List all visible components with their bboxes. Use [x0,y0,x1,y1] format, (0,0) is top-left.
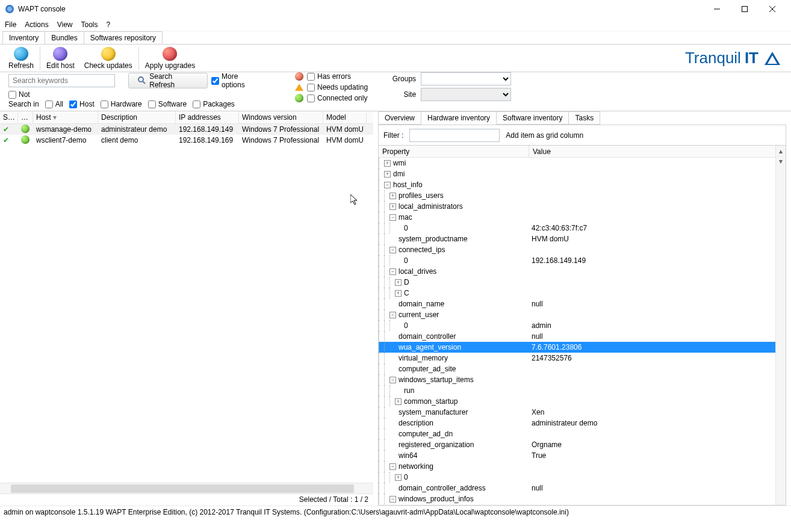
more-options-checkbox[interactable]: More options [211,72,262,89]
collapse-icon[interactable]: − [389,268,396,275]
maximize-button[interactable] [731,0,758,18]
searchin-all[interactable]: All [45,100,63,108]
col-status[interactable]: S… [0,111,18,123]
tab-softwares-repository[interactable]: Softwares repository [84,31,163,44]
tree-row[interactable]: descriptionadministrateur demo [379,418,775,428]
tree-row[interactable]: +C [379,288,775,298]
tree-row[interactable]: +common_startup [379,396,775,407]
close-button[interactable] [758,0,786,18]
tree-row[interactable]: domain_controllernull [379,331,775,342]
tree-vertical-scrollbar[interactable]: ▴ ▾ [775,146,786,505]
add-grid-column-button[interactable]: Add item as grid column [506,131,583,140]
searchin-host[interactable]: Host [69,100,95,108]
collapse-icon[interactable]: − [389,377,396,383]
col-reach[interactable]: … [18,111,33,123]
expand-icon[interactable]: + [389,193,396,199]
search-refresh-button[interactable]: Search Refresh [128,73,208,88]
minimize-button[interactable] [703,0,731,18]
refresh-button[interactable]: Refresh [4,46,39,71]
property-tree[interactable]: Property Value +wmi+dmi−host_info+profil… [379,146,775,505]
col-windows[interactable]: Windows version [239,111,323,123]
tree-row[interactable]: computer_ad_dn [379,428,775,439]
grid-horizontal-scrollbar[interactable] [0,483,373,493]
search-input[interactable] [8,74,115,87]
tree-row[interactable]: +0 [379,472,775,483]
tree-col-value[interactable]: Value [529,146,554,157]
has-errors-checkbox[interactable]: Has errors [307,72,351,81]
collapse-icon[interactable]: − [389,312,396,318]
not-checkbox[interactable]: Not [8,90,30,99]
expand-icon[interactable]: + [395,398,402,405]
groups-select[interactable] [421,72,511,85]
menu-file[interactable]: File [5,20,16,29]
tab-tasks[interactable]: Tasks [568,111,600,125]
col-model[interactable]: Model [323,111,367,123]
connected-only-checkbox[interactable]: Connected only [307,94,367,102]
tree-row[interactable]: −windows_startup_items [379,374,775,385]
tree-row[interactable]: +local_administrators [379,201,775,212]
tree-row[interactable]: −mac [379,212,775,223]
logo-bold: IT [745,49,758,67]
col-desc[interactable]: Description [98,111,176,123]
tree-row[interactable]: run [379,385,775,396]
site-select[interactable] [421,88,511,101]
table-row[interactable]: ✔wsmanage-demoadministrateur demo192.168… [0,124,373,135]
tree-row[interactable]: computer_ad_site [379,363,775,374]
tree-row[interactable]: 0192.168.149.149 [379,255,775,266]
menu-tools[interactable]: Tools [81,20,98,29]
expand-icon[interactable]: + [395,290,402,297]
searchin-packages[interactable]: Packages [193,100,235,108]
tree-row[interactable]: wua_agent_version7.6.7601.23806 [379,342,775,353]
filter-input[interactable] [409,129,500,142]
col-host[interactable]: Host ▾ [33,111,98,123]
tree-row[interactable]: 0admin [379,320,775,331]
tree-row[interactable]: +profiles_users [379,190,775,201]
tree-row[interactable]: domain_controller_addressnull [379,483,775,493]
tree-row[interactable]: −windows_product_infos [379,493,775,504]
scroll-down-icon[interactable]: ▾ [776,156,786,166]
tab-hardware-inventory[interactable]: Hardware inventory [421,111,497,125]
tree-row[interactable]: 042:c3:40:63:7f:c7 [379,223,775,234]
table-row[interactable]: ✔wsclient7-democlient demo192.168.149.16… [0,135,373,146]
tree-col-property[interactable]: Property [379,146,529,157]
tab-overview[interactable]: Overview [378,111,421,125]
tree-row[interactable]: −local_drives [379,266,775,277]
expand-icon[interactable]: + [384,171,391,178]
scroll-up-icon[interactable]: ▴ [776,146,786,156]
edit-host-button[interactable]: Edit host [42,46,79,71]
collapse-icon[interactable]: − [389,463,396,470]
expand-icon[interactable]: + [384,160,391,167]
tree-row[interactable]: −connected_ips [379,244,775,255]
tree-row[interactable]: −networking [379,461,775,472]
expand-icon[interactable]: + [395,279,402,286]
tree-row[interactable]: −host_info [379,179,775,190]
needs-updating-checkbox[interactable]: Needs updating [307,83,368,91]
tree-row[interactable]: −current_user [379,309,775,320]
menu-help[interactable]: ? [107,20,111,29]
tab-software-inventory[interactable]: Software inventory [496,111,569,125]
collapse-icon[interactable]: − [389,247,396,253]
collapse-icon[interactable]: − [389,496,396,503]
expand-icon[interactable]: + [395,474,402,481]
apply-upgrades-button[interactable]: Apply upgrades [140,46,200,71]
tree-row[interactable]: registered_organizationOrgname [379,439,775,450]
menu-view[interactable]: View [57,20,73,29]
check-updates-button[interactable]: Check updates [79,46,137,71]
menu-actions[interactable]: Actions [25,20,48,29]
tab-inventory[interactable]: Inventory [2,31,45,44]
tree-row[interactable]: +wmi [379,158,775,169]
tree-row[interactable]: +dmi [379,169,775,179]
tree-row[interactable]: system_manufacturerXen [379,407,775,418]
searchin-hardware[interactable]: Hardware [101,100,142,108]
searchin-software[interactable]: Software [148,100,187,108]
tree-row[interactable]: system_productnameHVM domU [379,234,775,244]
tab-bundles[interactable]: Bundles [45,31,84,44]
tree-row[interactable]: +D [379,277,775,288]
expand-icon[interactable]: + [389,203,396,210]
tree-row[interactable]: win64True [379,450,775,461]
tree-row[interactable]: virtual_memory2147352576 [379,353,775,363]
col-ip[interactable]: IP addresses [176,111,239,123]
collapse-icon[interactable]: − [389,214,396,221]
tree-row[interactable]: domain_namenull [379,298,775,309]
collapse-icon[interactable]: − [384,182,391,188]
